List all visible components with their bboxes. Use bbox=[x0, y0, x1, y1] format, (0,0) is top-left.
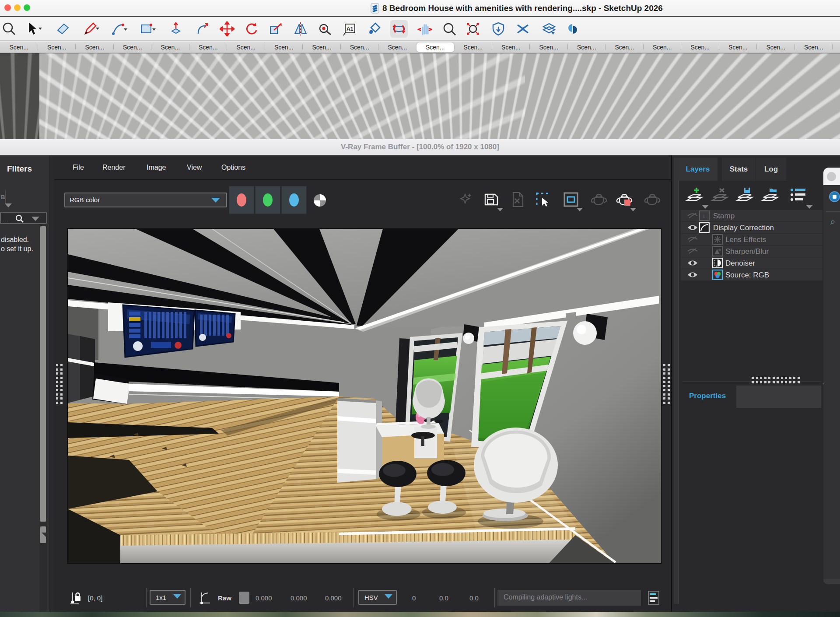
vfb-menu-file[interactable]: File bbox=[73, 160, 84, 175]
layers-icon[interactable] bbox=[540, 20, 558, 38]
scene-tab[interactable]: Scen... bbox=[492, 41, 530, 53]
scene-tab[interactable]: Scen... bbox=[530, 41, 568, 53]
layer-row-source-rgb[interactable]: Source: RGB bbox=[681, 269, 822, 281]
raw-checkbox[interactable] bbox=[239, 592, 249, 604]
vfb-menu-image[interactable]: Image bbox=[147, 160, 166, 175]
scene-tab[interactable]: Scen... bbox=[719, 41, 757, 53]
layer-list-icon[interactable] bbox=[789, 186, 810, 207]
zoom-select[interactable]: 1x1 bbox=[150, 590, 186, 605]
pencil-icon[interactable] bbox=[82, 20, 100, 38]
scene-tab[interactable]: Scen... bbox=[681, 41, 719, 53]
save-image-icon[interactable] bbox=[481, 187, 501, 212]
layer-row-sharpen-blur[interactable]: Sharpen/Blur bbox=[681, 245, 822, 257]
color-mode-select[interactable]: HSV bbox=[358, 590, 397, 605]
eye-hidden-icon[interactable] bbox=[687, 235, 698, 245]
scene-tab[interactable]: Scen... bbox=[568, 41, 606, 53]
filters-dropdown-caret[interactable] bbox=[5, 203, 12, 207]
scene-tab[interactable]: Scen... bbox=[644, 41, 682, 53]
paint-bucket-icon[interactable] bbox=[365, 20, 383, 38]
scene-tab[interactable]: Scen... bbox=[454, 41, 492, 53]
scene-tab[interactable]: Scen... bbox=[378, 41, 416, 53]
swatch-icon[interactable] bbox=[312, 193, 327, 208]
scene-tab[interactable]: Scen... bbox=[606, 41, 644, 53]
add-layer-icon[interactable] bbox=[685, 186, 706, 207]
layer-row-stamp[interactable]: iStamp bbox=[681, 210, 822, 222]
rectangle-icon[interactable] bbox=[139, 20, 156, 38]
filters-scrollbar[interactable] bbox=[40, 226, 46, 522]
scene-tab[interactable]: Scen... bbox=[303, 41, 341, 53]
scene-tab[interactable]: Scen... bbox=[189, 41, 228, 53]
interactive-render-icon[interactable] bbox=[642, 187, 662, 212]
blue-channel-button[interactable] bbox=[281, 186, 307, 214]
scene-tab[interactable]: Scen... bbox=[757, 41, 795, 53]
filters-search-input[interactable]: ... bbox=[0, 212, 47, 224]
render-icon[interactable] bbox=[614, 187, 634, 212]
model-info-icon[interactable] bbox=[490, 20, 507, 38]
scene-tab[interactable]: Scen... bbox=[341, 41, 379, 53]
tab-log[interactable]: Log bbox=[756, 158, 786, 181]
viewport-rect-icon[interactable] bbox=[561, 187, 581, 212]
layer-row-denoiser[interactable]: Denoiser bbox=[681, 257, 822, 269]
render-canvas[interactable] bbox=[68, 229, 661, 563]
styles-icon[interactable] bbox=[514, 20, 532, 38]
vfb-menu-options[interactable]: Options bbox=[221, 160, 245, 175]
zoom-icon[interactable] bbox=[0, 20, 18, 38]
vfb-titlebar[interactable]: V-Ray Frame Buffer - [100.0% of 1920 x 1… bbox=[0, 139, 840, 155]
rotate-icon[interactable] bbox=[243, 20, 260, 38]
export-disabled-icon[interactable] bbox=[508, 187, 528, 212]
move-icon[interactable] bbox=[218, 20, 236, 38]
region-render-icon[interactable] bbox=[533, 187, 553, 212]
follow-me-icon[interactable] bbox=[193, 20, 211, 38]
pan-icon[interactable] bbox=[416, 20, 434, 38]
zoom-window-icon[interactable] bbox=[441, 20, 458, 38]
render-last-icon[interactable] bbox=[589, 187, 609, 212]
curve-corner-icon[interactable] bbox=[199, 592, 211, 605]
delete-layer-icon[interactable] bbox=[710, 186, 732, 207]
eye-visible-icon[interactable] bbox=[687, 271, 698, 280]
channel-select[interactable]: RGB color bbox=[64, 193, 227, 207]
tab-layers[interactable]: Layers bbox=[678, 158, 718, 181]
close-button[interactable] bbox=[4, 4, 11, 11]
text-icon[interactable]: A1 bbox=[341, 20, 359, 38]
zoom-button[interactable] bbox=[24, 4, 30, 11]
red-channel-button[interactable] bbox=[229, 186, 254, 214]
eraser-icon[interactable] bbox=[54, 20, 71, 38]
eye-hidden-icon[interactable] bbox=[687, 247, 698, 257]
load-layers-icon[interactable] bbox=[761, 186, 782, 207]
eye-visible-icon[interactable] bbox=[687, 259, 698, 269]
flip-icon[interactable] bbox=[292, 20, 309, 38]
shadows-icon[interactable] bbox=[564, 20, 581, 38]
scene-tab[interactable]: Scen... bbox=[227, 41, 265, 53]
scene-tab[interactable]: Scen... bbox=[151, 41, 189, 53]
zoom-extents-icon[interactable] bbox=[464, 20, 482, 38]
scene-tab-selected[interactable]: Scen... bbox=[416, 42, 455, 52]
save-layers-icon[interactable] bbox=[735, 186, 756, 207]
scene-tab[interactable]: Scen... bbox=[76, 41, 114, 53]
denoise-sparkle-icon[interactable] bbox=[455, 187, 475, 212]
scale-icon[interactable] bbox=[267, 20, 285, 38]
tape-measure-icon[interactable] bbox=[316, 20, 334, 38]
scene-tab[interactable]: Scen... bbox=[0, 41, 38, 53]
select-icon[interactable] bbox=[25, 20, 42, 38]
log-toggle-icon[interactable] bbox=[648, 591, 659, 605]
arc-icon[interactable] bbox=[110, 20, 128, 38]
eye-hidden-icon[interactable] bbox=[687, 212, 698, 221]
scene-tab[interactable]: Scen... bbox=[38, 41, 76, 53]
vfb-menu-render[interactable]: Render bbox=[102, 160, 125, 175]
search-dropdown-caret[interactable] bbox=[32, 217, 39, 221]
pixel-lock-icon[interactable] bbox=[70, 592, 81, 605]
layer-row-display-correction[interactable]: Display Correction bbox=[681, 222, 822, 234]
orbit-icon[interactable] bbox=[390, 20, 408, 38]
scene-tab[interactable]: Scen... bbox=[833, 41, 840, 53]
eye-visible-icon[interactable] bbox=[687, 224, 698, 233]
push-pull-icon[interactable] bbox=[167, 20, 185, 38]
scene-tab[interactable]: Scen... bbox=[114, 41, 152, 53]
green-channel-button[interactable] bbox=[255, 186, 280, 214]
scene-tab[interactable]: Scen... bbox=[265, 41, 303, 53]
scene-tab[interactable]: Scen... bbox=[795, 41, 833, 53]
layer-row-lens-effects[interactable]: Lens Effects bbox=[681, 234, 822, 245]
tab-stats[interactable]: Stats bbox=[722, 158, 756, 181]
minimize-button[interactable] bbox=[14, 4, 21, 11]
filters-scrollbar-button[interactable] bbox=[40, 526, 46, 543]
vfb-menu-view[interactable]: View bbox=[187, 160, 202, 175]
